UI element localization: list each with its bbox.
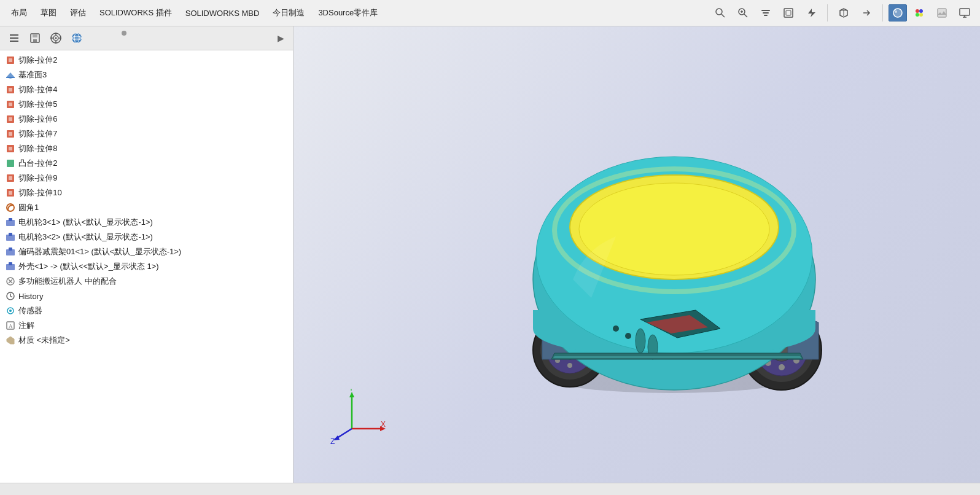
tree-item-label: 切除-拉伸4	[18, 84, 58, 95]
menu-sw-mbd[interactable]: SOLIDWORKS MBD	[179, 7, 266, 20]
svg-text:Z: Z	[330, 437, 335, 444]
tree-item-cut-extrude-7[interactable]: 切除-拉伸7	[0, 127, 293, 141]
vp-lightning-btn[interactable]	[801, 2, 822, 23]
svg-rect-67	[9, 262, 12, 265]
tree-item-material[interactable]: 材质 <未指定>	[0, 333, 293, 348]
tree-item-cut-extrude-9[interactable]: 切除-拉伸9	[0, 171, 293, 185]
svg-line-1	[721, 14, 725, 17]
tree-item-label: 注解	[18, 320, 34, 331]
tree-item-annotation[interactable]: A注解	[0, 318, 293, 333]
vp-display-style-btn[interactable]	[889, 4, 907, 21]
tree-item-label: 切除-拉伸6	[18, 114, 58, 125]
cut-extrude-icon	[5, 173, 16, 184]
svg-rect-58	[9, 191, 12, 195]
vp-filter-btn[interactable]	[755, 2, 776, 23]
svg-rect-47	[9, 103, 12, 106]
tree-item-shell-1[interactable]: 外壳<1> -> (默认<<默认>_显示状态 1>)	[0, 259, 293, 274]
svg-rect-28	[33, 34, 37, 37]
svg-rect-65	[9, 248, 12, 251]
vp-monitor-btn[interactable]	[954, 2, 975, 23]
vp-search-btn[interactable]	[710, 2, 731, 23]
tree-item-motor-wheel-3-2[interactable]: 电机轮3<2> (默认<默认_显示状态-1>)	[0, 230, 293, 244]
tree-item-label: 基准面3	[18, 69, 47, 80]
svg-point-98	[579, 183, 769, 275]
tree-item-label: 材质 <未指定>	[18, 335, 70, 346]
tree-item-label: 偏码器减震架01<1> (默认<默认_显示状态-1>)	[18, 246, 181, 257]
tree-item-cut-extrude-2[interactable]: 切除-拉伸2	[0, 53, 293, 68]
tree-item-assembly-desc[interactable]: 多功能搬运机器人 中的配合	[0, 274, 293, 289]
cut-extrude-icon	[5, 55, 16, 66]
history-icon	[5, 290, 16, 302]
cut-extrude-icon	[5, 114, 16, 125]
tree-list-btn[interactable]	[5, 29, 23, 47]
tree-item-cut-extrude-5[interactable]: 切除-拉伸5	[0, 97, 293, 112]
feature-tree: 切除-拉伸2基准面3切除-拉伸4切除-拉伸5切除-拉伸6切除-拉伸7切除-拉伸8…	[0, 50, 293, 483]
viewport[interactable]: Y X Z	[294, 26, 980, 483]
menu-3dsource[interactable]: 3DSource零件库	[312, 6, 384, 20]
main-area: ▶ 切除-拉伸2基准面3切除-拉伸4切除-拉伸5切除-拉伸6切除-拉伸7切除-拉…	[0, 26, 980, 483]
vp-scene-btn[interactable]	[931, 2, 952, 23]
tree-item-cut-extrude-8[interactable]: 切除-拉伸8	[0, 141, 293, 156]
svg-rect-9	[784, 9, 793, 17]
menu-layout[interactable]: 布局	[5, 6, 33, 20]
svg-point-83	[567, 363, 572, 368]
sensor-icon	[5, 305, 16, 316]
svg-point-19	[919, 13, 923, 17]
tree-item-sensor[interactable]: 传感器	[0, 303, 293, 318]
fillet-icon	[5, 202, 16, 213]
3d-robot-view	[462, 95, 880, 415]
tree-item-motor-wheel-3-1[interactable]: 电机轮3<1> (默认<默认_显示状态-1>)	[0, 215, 293, 230]
svg-text:A: A	[9, 323, 13, 329]
tree-item-fillet-1[interactable]: 圆角1	[0, 200, 293, 215]
boss-extrude-icon	[5, 158, 16, 169]
svg-rect-10	[786, 10, 791, 15]
status-bar	[0, 483, 980, 495]
vp-cube-btn[interactable]	[833, 2, 854, 23]
vp-box-btn[interactable]	[778, 2, 799, 23]
svg-point-71	[9, 310, 12, 312]
tree-item-cut-extrude-4[interactable]: 切除-拉伸4	[0, 82, 293, 97]
left-panel-expand[interactable]: ▶	[273, 31, 288, 45]
component-icon	[5, 246, 16, 257]
tree-item-plane-3[interactable]: 基准面3	[0, 68, 293, 82]
menu-sw-plugin[interactable]: SOLIDWORKS 插件	[93, 6, 178, 20]
tree-item-encoder-bracket-01-1[interactable]: 偏码器减震架01<1> (默认<默认_显示状态-1>)	[0, 244, 293, 259]
svg-rect-25	[10, 37, 18, 39]
component-icon	[5, 232, 16, 243]
svg-point-16	[916, 9, 919, 13]
menu-today-mfg[interactable]: 今日制造	[266, 6, 311, 20]
svg-point-102	[613, 325, 619, 332]
svg-point-15	[895, 10, 897, 13]
tree-item-cut-extrude-6[interactable]: 切除-拉伸6	[0, 112, 293, 127]
plane-icon	[5, 69, 16, 80]
cut-extrude-icon	[5, 187, 16, 198]
tree-item-history[interactable]: History	[0, 289, 293, 303]
tree-item-label: 切除-拉伸5	[18, 99, 58, 110]
tree-item-label: 凸台-拉伸2	[18, 158, 58, 169]
annotation-icon: A	[5, 320, 16, 331]
tree-item-label: 传感器	[18, 305, 42, 316]
menu-bar: 布局 草图 评估 SOLIDWORKS 插件 SOLIDWORKS MBD 今日…	[0, 0, 980, 26]
svg-rect-24	[10, 34, 18, 36]
vp-arrow-btn[interactable]	[856, 2, 877, 23]
tree-item-label: 切除-拉伸10	[18, 187, 62, 198]
tree-item-cut-extrude-10[interactable]: 切除-拉伸10	[0, 185, 293, 200]
menu-sketch[interactable]: 草图	[34, 6, 63, 20]
tree-item-boss-extrude-2[interactable]: 凸台-拉伸2	[0, 156, 293, 171]
menu-evaluate[interactable]: 评估	[64, 6, 92, 20]
svg-rect-61	[9, 218, 12, 221]
target-btn[interactable]	[47, 29, 65, 47]
svg-rect-63	[9, 233, 12, 236]
svg-rect-6	[761, 10, 770, 11]
vp-color-btn[interactable]	[909, 2, 930, 23]
component-icon	[5, 261, 16, 272]
save-btn[interactable]	[26, 29, 44, 47]
svg-rect-53	[9, 147, 12, 150]
tree-item-label: 切除-拉伸7	[18, 128, 58, 139]
svg-point-100	[636, 329, 645, 353]
svg-rect-42	[9, 58, 12, 62]
vp-zoom-btn[interactable]	[733, 2, 753, 23]
tree-item-label: 切除-拉伸9	[18, 173, 58, 184]
tree-item-label: 外壳<1> -> (默认<<默认>_显示状态 1>)	[18, 261, 159, 272]
globe-btn[interactable]	[68, 29, 86, 47]
